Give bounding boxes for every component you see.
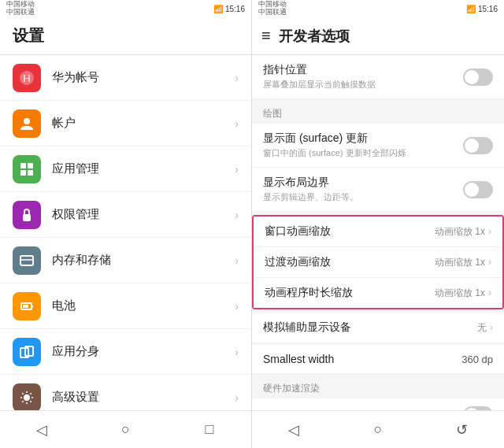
left-status-right: 📶 15:16 [213,5,245,13]
surface-update-item[interactable]: 显示面 (surface) 更新 窗口中的面 (surface) 更新时全部闪烁 [252,124,504,168]
hardware-accel-label: 硬件加速渲染 [252,376,504,398]
svg-rect-7 [23,214,31,221]
simulate-display-item[interactable]: 模拟辅助显示设备 无 › [252,313,504,343]
transition-animation-value: 动画缩放 1x [435,256,485,269]
surface-update-text: 显示面 (surface) 更新 窗口中的面 (surface) 更新时全部闪烁 [263,131,463,159]
battery-label: 电池 [52,298,235,313]
svg-point-15 [24,394,30,401]
hardware-accel-section: 硬件加速渲染 强制进行 GPU 渲染 强制使用 GPU 进行 ↺ 恢复默认 [252,376,504,410]
smallest-width-section: Smallest width 360 dp [252,345,504,374]
right-status-bar: 中国移动 中国联通 📶 15:16 [252,0,504,17]
account-icon [13,109,41,138]
drawing-section: 绘图 显示面 (surface) 更新 窗口中的面 (surface) 更新时全… [252,101,504,212]
apps-label: 应用管理 [52,161,235,176]
battery-chevron: › [235,300,239,313]
force-gpu-text: 强制进行 GPU 渲染 强制使用 GPU 进行 [263,409,463,410]
animator-duration-chevron: › [488,287,491,298]
storage-icon [13,246,41,275]
settings-item-storage[interactable]: 内存和存储 › [0,238,251,283]
battery-icon [13,292,41,320]
left-page-title: 设置 [13,25,44,46]
huawei-icon: H [13,64,41,92]
window-animation-text: 窗口动画缩放 [265,224,435,239]
huawei-label: 华为帐号 [52,70,235,85]
right-home-button[interactable]: ○ [365,417,391,442]
recent-button[interactable]: □ [197,417,222,442]
home-button[interactable]: ○ [113,417,138,442]
clone-chevron: › [235,346,239,358]
back-button[interactable]: ◁ [29,417,54,442]
smallest-width-item[interactable]: Smallest width 360 dp [252,345,504,374]
advanced-icon [13,383,41,411]
left-settings-list: H 华为帐号 › 帐户 › 应用管理 › [0,55,251,410]
right-carrier-info: 中国移动 中国联通 [258,1,287,17]
settings-item-advanced[interactable]: 高级设置 › [0,375,251,410]
permission-label: 权限管理 [52,207,235,222]
svg-rect-5 [20,170,26,176]
right-status-right: 📶 15:16 [466,5,498,13]
left-carrier2: 中国联通 [6,9,35,17]
svg-rect-11 [32,305,33,308]
storage-label: 内存和存储 [52,253,235,268]
settings-item-apps[interactable]: 应用管理 › [0,146,251,192]
layout-bounds-title: 显示布局边界 [263,176,463,190]
permission-chevron: › [235,209,239,221]
layout-bounds-item[interactable]: 显示布局边界 显示剪辑边界、边距等。 [252,168,504,212]
layout-bounds-subtitle: 显示剪辑边界、边距等。 [263,191,463,203]
animator-duration-text: 动画程序时长缩放 [265,286,435,300]
pointer-location-toggle[interactable] [463,68,493,86]
force-gpu-title: 强制进行 GPU 渲染 [263,409,463,410]
simulate-display-value: 无 [477,321,487,335]
permission-icon [13,201,41,229]
hamburger-icon: ≡ [261,27,271,45]
storage-chevron: › [235,254,239,267]
animator-duration-item[interactable]: 动画程序时长缩放 动画缩放 1x › [254,278,502,308]
window-animation-chevron: › [488,226,491,237]
surface-update-toggle[interactable] [463,137,493,154]
left-page-title-bar: 设置 [0,17,251,55]
window-animation-item[interactable]: 窗口动画缩放 动画缩放 1x › [254,217,502,247]
force-gpu-item[interactable]: 强制进行 GPU 渲染 强制使用 GPU 进行 ↺ 恢复默认 [252,398,504,410]
smallest-width-value: 360 dp [461,354,493,365]
right-bottom-nav: ◁ ○ ↺ [252,410,504,448]
pointer-location-item[interactable]: 指针位置 屏幕叠加层显示当前触摸数据 [252,55,504,99]
clone-icon [13,338,41,366]
settings-item-permission[interactable]: 权限管理 › [0,192,251,238]
force-gpu-toggle[interactable] [463,406,493,410]
account-chevron: › [235,117,239,130]
pointer-location-subtitle: 屏幕叠加层显示当前触摸数据 [263,79,463,91]
account-label: 帐户 [52,116,235,131]
transition-animation-chevron: › [488,257,491,268]
right-panel: 中国移动 中国联通 📶 15:16 ≡ 开发者选项 指针位置 屏幕叠加层显示当前… [252,0,504,448]
pointer-location-text: 指针位置 屏幕叠加层显示当前触摸数据 [263,63,463,91]
layout-bounds-text: 显示布局边界 显示剪辑边界、边距等。 [263,176,463,203]
animation-group: 窗口动画缩放 动画缩放 1x › 过渡动画缩放 动画缩放 1x › 动画程序时长… [252,215,504,309]
window-animation-value: 动画缩放 1x [435,225,485,239]
advanced-chevron: › [235,391,239,404]
right-carrier2: 中国联通 [258,9,287,17]
left-panel: 中国移动 中国联通 📶 15:16 设置 H 华为帐号 › 帐户 › [0,0,252,448]
signal-icon: 📶 [213,5,223,13]
right-page-title-bar: ≡ 开发者选项 [252,17,504,55]
simulate-display-text: 模拟辅助显示设备 [263,320,477,335]
surface-update-title: 显示面 (surface) 更新 [263,131,463,146]
transition-animation-item[interactable]: 过渡动画缩放 动画缩放 1x › [254,247,502,278]
settings-item-battery[interactable]: 电池 › [0,283,251,329]
settings-item-clone[interactable]: 应用分身 › [0,329,251,375]
simulate-display-section: 模拟辅助显示设备 无 › [252,313,504,343]
simulate-display-title: 模拟辅助显示设备 [263,320,477,335]
advanced-label: 高级设置 [52,390,235,405]
svg-point-2 [24,118,30,124]
window-animation-title: 窗口动画缩放 [265,224,435,239]
transition-animation-text: 过渡动画缩放 [265,255,435,269]
right-time: 15:16 [478,5,498,13]
settings-item-account[interactable]: 帐户 › [0,101,251,146]
settings-item-huawei[interactable]: H 华为帐号 › [0,55,251,101]
svg-rect-6 [28,170,33,176]
layout-bounds-toggle[interactable] [463,181,493,198]
simulate-display-chevron: › [490,322,493,333]
right-recent-button[interactable]: ↺ [450,417,475,442]
right-back-button[interactable]: ◁ [281,417,306,442]
right-settings-list: 指针位置 屏幕叠加层显示当前触摸数据 绘图 显示面 (surface) 更新 窗… [252,55,504,410]
left-time: 15:16 [225,5,245,13]
